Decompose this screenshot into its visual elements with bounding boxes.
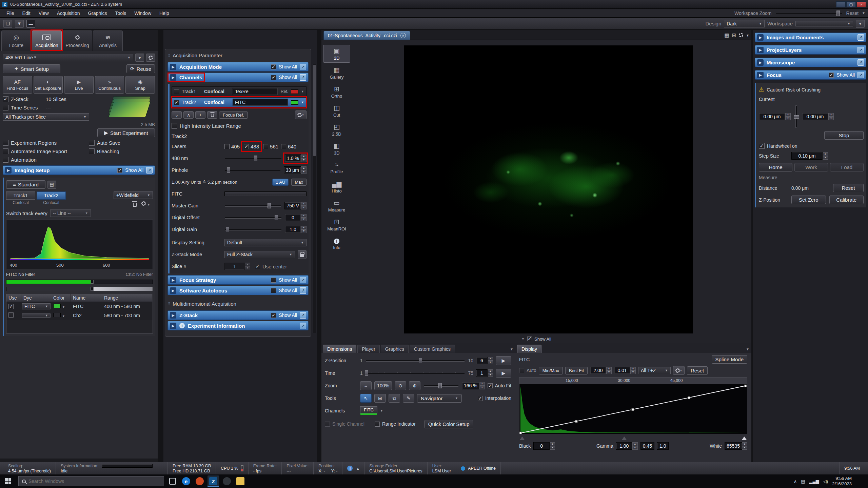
range-handle[interactable] (91, 280, 94, 284)
laser-power-slider[interactable] (224, 155, 282, 162)
laser-405-checkbox[interactable] (224, 144, 230, 149)
menu-view[interactable]: View (35, 10, 53, 17)
track1-tab[interactable]: Track1 (6, 191, 35, 200)
menu-graphics[interactable]: Graphics (84, 10, 111, 17)
acquisition-mode-header[interactable]: ▶ Acquisition Mode Show All ↗ (167, 62, 309, 72)
display-options-icon[interactable]: ▼ (673, 366, 685, 375)
spin-up[interactable]: ▲ (488, 369, 493, 373)
track2-color-swatch[interactable] (291, 100, 298, 105)
display-setting-select[interactable]: Default▼ (224, 239, 307, 246)
zoom-slider[interactable] (423, 382, 459, 389)
color-swatch[interactable] (53, 304, 61, 308)
z-position-stepper[interactable]: 6 ▲▼ (476, 357, 493, 364)
drag-grip-icon[interactable]: ⁞⁞ (168, 53, 170, 58)
expand-icon[interactable]: ▶ (757, 72, 764, 78)
images-documents-header[interactable]: ▶ Images and Documents ↗ (755, 33, 866, 42)
task-view-button[interactable] (167, 475, 178, 487)
snap-button[interactable]: ◉Snap (125, 76, 155, 94)
view-mode-icon[interactable]: ▤ (47, 181, 56, 189)
delete-track-icon[interactable] (207, 111, 217, 119)
continuous-button[interactable]: »Continuous (95, 76, 124, 94)
spin-down[interactable]: ▼ (606, 370, 612, 374)
show-all-checkbox[interactable] (271, 288, 276, 293)
spin-down[interactable]: ▼ (301, 158, 307, 162)
tray-expand-icon[interactable]: ∧ (794, 479, 797, 484)
black-point-marker[interactable] (520, 436, 525, 440)
tab-dimensions[interactable]: Dimensions (323, 345, 356, 353)
live-button[interactable]: ▶Live (64, 76, 94, 94)
pin-icon[interactable]: ↗ (300, 323, 306, 329)
experiment-favorite-icon[interactable]: ▾ (135, 54, 144, 62)
histogram[interactable]: 15,000 30,000 45,000 (519, 377, 747, 434)
view-2d[interactable]: ▣2D (323, 45, 350, 63)
experiment-select[interactable]: 488 561 Line *▼ (3, 54, 133, 61)
spin-up[interactable]: ▲ (488, 357, 493, 361)
spin-down[interactable]: ▼ (785, 117, 791, 120)
time-play-button[interactable]: ▶ (496, 369, 511, 378)
pin-icon[interactable]: ↗ (300, 287, 306, 294)
track2-tab[interactable]: Track2 (37, 191, 66, 200)
pin-icon[interactable]: ↗ (300, 312, 306, 319)
expand-icon[interactable]: ▶ (757, 34, 764, 41)
digital-offset-stepper[interactable]: 0 ▲▼ (285, 214, 307, 221)
slider-handle[interactable] (419, 358, 422, 363)
view-histo[interactable]: ▄▆Histo (323, 178, 350, 196)
interpolation-checkbox[interactable] (478, 396, 483, 401)
spin-up[interactable]: ▲ (785, 113, 791, 117)
pin-icon[interactable]: ↗ (857, 34, 864, 41)
show-all-checkbox[interactable] (271, 278, 276, 283)
bleaching-checkbox[interactable] (89, 148, 95, 154)
status-expand-icon[interactable]: ▲ (356, 467, 359, 470)
zoom-100-button[interactable]: 100% (374, 381, 392, 390)
time-stepper[interactable]: 1 ▲▼ (476, 369, 493, 377)
zoom-in-icon[interactable]: ⊕ (409, 381, 420, 390)
smart-setup-button[interactable]: ✦Smart Setup (3, 64, 60, 73)
spin-up[interactable]: ▲ (828, 113, 834, 117)
pin-icon[interactable]: ↗ (300, 277, 306, 283)
load-button[interactable]: Load (830, 163, 864, 171)
pin-icon[interactable]: ↗ (146, 167, 153, 174)
z-play-button[interactable]: ▶ (496, 356, 511, 365)
taskbar-app-browser[interactable] (221, 475, 233, 487)
chevron-down-icon[interactable]: ▼ (862, 11, 865, 15)
laser-640-checkbox[interactable] (281, 144, 286, 149)
zoom-out-icon[interactable]: ⊖ (395, 381, 406, 390)
white-point-marker[interactable] (742, 436, 747, 440)
calibrate-button[interactable]: Calibrate (829, 196, 864, 204)
maximize-button[interactable]: ▢ (846, 1, 856, 7)
document-tab[interactable]: 01-Spontaneous_Activity...cci.czi × (323, 31, 410, 40)
experiment-regions-checkbox[interactable] (3, 140, 8, 146)
layout-grid-icon[interactable]: ▦ (724, 32, 729, 38)
spin-up[interactable]: ▲ (301, 166, 307, 170)
experiment-options-icon[interactable] (146, 54, 155, 62)
digital-offset-slider[interactable] (224, 214, 282, 221)
standard-mode-button[interactable]: ≡Standard (6, 180, 45, 189)
white-stepper[interactable]: 65535 ▲▼ (725, 442, 747, 450)
spin-down[interactable]: ▼ (479, 386, 485, 389)
spin-down[interactable]: ▼ (301, 229, 307, 233)
close-button[interactable]: × (856, 1, 866, 7)
track2-row[interactable]: Track2 Confocal FITC ▼ (172, 97, 307, 107)
dye-select[interactable]: ▼ (22, 313, 51, 318)
spin-up[interactable]: ▲ (823, 152, 828, 156)
track-options-icon[interactable]: ▼ (141, 201, 150, 207)
project-layers-header[interactable]: ▶ Project/Layers ↗ (755, 45, 866, 55)
spin-down[interactable]: ▼ (632, 446, 638, 450)
automation-checkbox[interactable] (3, 157, 8, 163)
fitc-range-bar[interactable] (6, 280, 153, 284)
zoom-fit-icon[interactable]: ⇔ (360, 381, 372, 390)
slider-handle[interactable] (438, 383, 442, 388)
auto-fit-checkbox[interactable] (488, 383, 493, 388)
channels-options-icon[interactable]: ▼ (295, 110, 307, 119)
expand-icon[interactable]: ▶ (170, 64, 176, 70)
color-swatch[interactable] (53, 313, 61, 317)
spin-up[interactable]: ▲ (301, 155, 307, 158)
spin-up[interactable]: ▲ (301, 214, 307, 218)
expand-icon[interactable]: ▶ (170, 277, 176, 283)
spin-down[interactable]: ▼ (828, 117, 834, 120)
digital-gain-stepper[interactable]: 1.0 ▲▼ (285, 226, 307, 233)
digital-gain-slider[interactable] (224, 226, 282, 233)
software-autofocus-header[interactable]: ▶ Software Autofocus Show All ↗ (167, 286, 309, 295)
expand-icon[interactable]: ▶ (170, 312, 176, 319)
gamma-low-value[interactable]: 0.45 (640, 442, 654, 450)
